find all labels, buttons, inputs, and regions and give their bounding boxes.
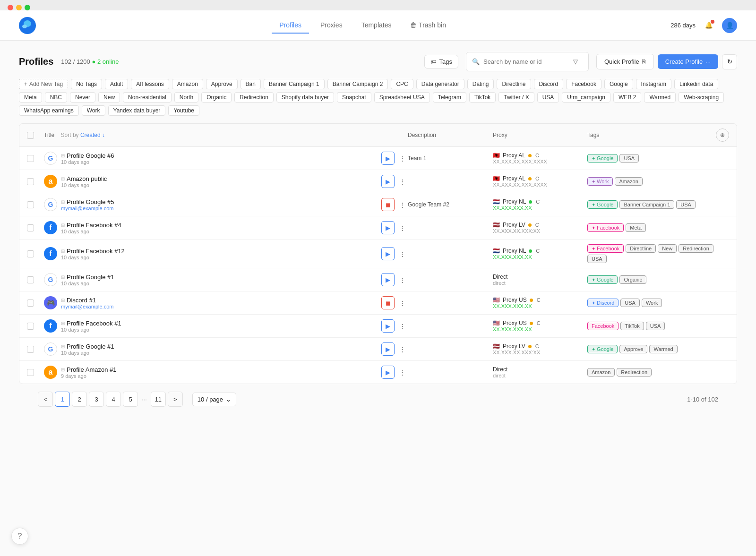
tag-badge[interactable]: ✦Facebook bbox=[587, 223, 624, 232]
row-checkbox[interactable] bbox=[27, 250, 34, 257]
row-checkbox[interactable] bbox=[27, 201, 34, 208]
profile-play-button[interactable]: ▶ bbox=[381, 342, 395, 356]
nav-trashbin[interactable]: 🗑 Trash bin bbox=[403, 17, 453, 34]
profile-play-button[interactable]: ▶ bbox=[381, 152, 395, 165]
tag-badge[interactable]: ✦Google bbox=[587, 275, 618, 284]
tag-badge[interactable]: Facebook bbox=[587, 322, 619, 330]
tag-filter-chip[interactable]: Meta bbox=[19, 92, 42, 103]
page-4-button[interactable]: 4 bbox=[106, 392, 121, 407]
tag-filter-chip[interactable]: Linkedin data bbox=[674, 79, 718, 89]
help-button[interactable]: ? bbox=[11, 528, 28, 545]
search-input[interactable] bbox=[483, 58, 565, 65]
notifications-button[interactable]: 🔔 bbox=[701, 18, 716, 33]
tag-badge[interactable]: USA bbox=[646, 322, 665, 330]
tag-badge[interactable]: ✦Google bbox=[587, 345, 618, 353]
profile-play-button[interactable]: ▶ bbox=[381, 221, 395, 234]
tag-filter-chip[interactable]: Approve bbox=[206, 79, 238, 89]
page-5-button[interactable]: 5 bbox=[123, 392, 138, 407]
tags-button[interactable]: 🏷 Tags bbox=[424, 55, 458, 68]
row-checkbox[interactable] bbox=[27, 276, 34, 283]
page-2-button[interactable]: 2 bbox=[72, 392, 87, 407]
tag-filter-chip[interactable]: Never bbox=[70, 92, 95, 103]
tag-filter-chip[interactable]: Shopify data buyer bbox=[276, 92, 334, 103]
tag-filter-chip[interactable]: Organic bbox=[201, 92, 232, 103]
profile-more-button[interactable]: ⋮ bbox=[396, 248, 408, 259]
quick-profile-button[interactable]: Quick Profile ⎘ bbox=[596, 54, 654, 69]
tag-filter-chip[interactable]: Snapchat bbox=[337, 92, 371, 103]
select-all-checkbox[interactable] bbox=[27, 132, 34, 139]
profile-more-button[interactable]: ⋮ bbox=[396, 320, 408, 332]
tag-filter-chip[interactable]: Banner Campaign 1 bbox=[264, 79, 325, 89]
row-checkbox[interactable] bbox=[27, 155, 34, 162]
tag-filter-chip[interactable]: Utm_campaign bbox=[562, 92, 610, 103]
tag-filter-chip[interactable]: Spreadsheet USA bbox=[374, 92, 430, 103]
nav-profiles[interactable]: Profiles bbox=[272, 17, 309, 34]
filter-icon[interactable]: ▽ bbox=[568, 55, 583, 68]
tag-badge[interactable]: Redirection bbox=[679, 244, 713, 253]
row-checkbox[interactable] bbox=[27, 323, 34, 330]
profile-play-button[interactable]: ▶ bbox=[381, 175, 395, 188]
tag-badge[interactable]: Approve bbox=[619, 345, 647, 353]
profile-play-button[interactable]: ▶ bbox=[381, 247, 395, 260]
create-profile-button[interactable]: Create Profile ··· bbox=[658, 54, 718, 69]
tag-filter-chip[interactable]: Instagram bbox=[636, 79, 671, 89]
tag-filter-chip[interactable]: Discord bbox=[534, 79, 564, 89]
add-column-button[interactable]: ⊕ bbox=[716, 128, 729, 142]
tag-filter-chip[interactable]: Data generator bbox=[416, 79, 464, 89]
tag-badge[interactable]: ✦Facebook bbox=[587, 244, 624, 253]
profile-more-button[interactable]: ⋮ bbox=[396, 343, 408, 355]
profile-play-button[interactable]: ▶ bbox=[381, 319, 395, 333]
tag-filter-chip[interactable]: Ban bbox=[241, 79, 261, 89]
tag-filter-chip[interactable]: Telegram bbox=[433, 92, 466, 103]
tag-filter-chip[interactable]: North bbox=[174, 92, 198, 103]
tag-filter-chip[interactable]: New bbox=[98, 92, 120, 103]
nav-proxies[interactable]: Proxies bbox=[313, 17, 350, 34]
tag-badge[interactable]: Organic bbox=[619, 275, 646, 284]
profile-play-button[interactable]: ▶ bbox=[381, 273, 395, 286]
prev-page-button[interactable]: < bbox=[38, 392, 53, 407]
tag-filter-chip[interactable]: WEB 2 bbox=[613, 92, 641, 103]
tag-filter-chip[interactable]: WhatsApp earnings bbox=[19, 105, 79, 116]
profile-play-button[interactable]: ▶ bbox=[381, 366, 395, 379]
tag-filter-chip[interactable]: Dating bbox=[467, 79, 494, 89]
tag-badge[interactable]: ✦Discord bbox=[587, 299, 619, 307]
refresh-button[interactable]: ↻ bbox=[722, 54, 737, 69]
row-checkbox[interactable] bbox=[27, 178, 34, 185]
tag-badge[interactable]: Redirection bbox=[617, 368, 652, 376]
tag-badge[interactable]: TikTok bbox=[620, 322, 644, 330]
row-checkbox[interactable] bbox=[27, 346, 34, 353]
profile-play-button[interactable]: ◼ bbox=[381, 198, 395, 211]
tag-filter-chip[interactable]: Warmed bbox=[644, 92, 676, 103]
profile-more-button[interactable]: ⋮ bbox=[396, 297, 408, 308]
tag-badge[interactable]: Warmed bbox=[649, 345, 677, 353]
tag-badge[interactable]: USA bbox=[676, 200, 696, 209]
tag-filter-chip[interactable]: Youtube bbox=[168, 105, 199, 116]
tag-badge[interactable]: New bbox=[658, 244, 677, 253]
tag-filter-chip[interactable]: TikTok bbox=[469, 92, 496, 103]
page-3-button[interactable]: 3 bbox=[89, 392, 104, 407]
tag-badge[interactable]: Amazon bbox=[587, 368, 615, 376]
tag-filter-chip[interactable]: Aff lessons bbox=[131, 79, 169, 89]
tag-filter-chip[interactable]: Amazon bbox=[172, 79, 203, 89]
tag-badge[interactable]: ✦Google bbox=[587, 200, 618, 209]
tag-filter-chip[interactable]: NBC bbox=[45, 92, 67, 103]
tag-filter-chip[interactable]: CPC bbox=[391, 79, 413, 89]
page-11-button[interactable]: 11 bbox=[151, 392, 166, 407]
tag-badge[interactable]: USA bbox=[619, 154, 639, 163]
tag-badge[interactable]: Work bbox=[642, 299, 662, 307]
tag-filter-chip[interactable]: Google bbox=[604, 79, 633, 89]
tag-filter-chip[interactable]: Twitter / X bbox=[498, 92, 534, 103]
tag-badge[interactable]: Amazon bbox=[615, 177, 642, 186]
profile-more-button[interactable]: ⋮ bbox=[396, 153, 408, 164]
tag-filter-chip[interactable]: Yandex data buyer bbox=[108, 105, 166, 116]
tag-filter-chip[interactable]: USA bbox=[537, 92, 559, 103]
profile-more-button[interactable]: ⋮ bbox=[396, 367, 408, 378]
profile-more-button[interactable]: ⋮ bbox=[396, 222, 408, 233]
tag-filter-chip[interactable]: Adult bbox=[105, 79, 128, 89]
profile-play-button[interactable]: ◼ bbox=[381, 296, 395, 309]
online-badge[interactable]: 2 online bbox=[97, 58, 119, 65]
tag-filter-chip[interactable]: Directline bbox=[497, 79, 531, 89]
tag-badge[interactable]: Meta bbox=[626, 223, 645, 232]
tag-badge[interactable]: Banner Campaign 1 bbox=[619, 200, 674, 209]
tag-filter-chip[interactable]: Work bbox=[82, 105, 105, 116]
